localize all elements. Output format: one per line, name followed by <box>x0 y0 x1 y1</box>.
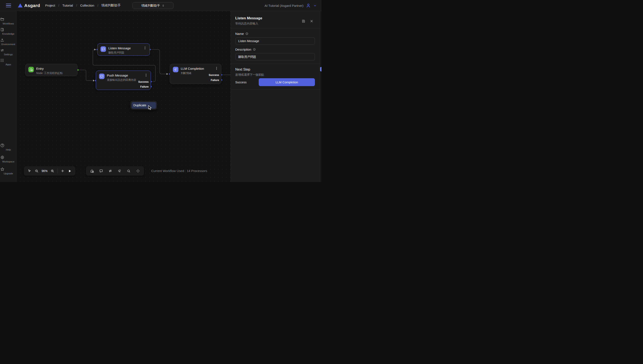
edge-listen-to-llm <box>150 50 166 74</box>
context-menu: Duplicate <box>130 101 157 110</box>
sidebar-item-label: Workspace <box>0 160 17 163</box>
edge-arrowhead <box>166 73 168 75</box>
node-listen-message[interactable]: Listen Message 聽取用戶問題 <box>97 43 150 56</box>
panel-title: Listen Message <box>235 16 262 20</box>
folder-icon <box>0 17 5 22</box>
description-input[interactable]: 聽取用戶問題 <box>236 53 315 60</box>
breadcrumb-separator: / <box>98 4 98 7</box>
run-workflow-button[interactable] <box>68 168 72 173</box>
sidebar-item-environment[interactable]: Environment <box>0 38 17 46</box>
zoom-out-button[interactable] <box>34 168 39 173</box>
sidebar-item-upgrade[interactable]: Upgrade <box>0 167 17 175</box>
panel-subtitle: 等待訊息內容輸入 <box>235 22 258 26</box>
name-field-label: Name <box>235 32 249 36</box>
sidebar-item-label: Environment <box>0 43 17 46</box>
next-step-title: Next Step <box>235 68 250 72</box>
edge-arrowhead <box>94 49 96 50</box>
node-menu-button[interactable] <box>216 67 218 70</box>
node-menu-button[interactable] <box>145 74 147 76</box>
entry-node-tool-icon[interactable] <box>90 168 94 173</box>
left-sidebar: Workflows Knowledge Environment Settings <box>0 11 17 182</box>
toolbar-divider <box>58 168 58 174</box>
zoom-in-button[interactable] <box>50 168 55 173</box>
llm-icon <box>173 67 178 72</box>
node-palette-toolbar <box>86 166 144 176</box>
next-step-target-button[interactable]: LLM Completion <box>259 78 315 86</box>
llm-node-tool-icon[interactable] <box>117 168 122 173</box>
sidebar-item-help[interactable]: Help <box>0 143 17 151</box>
panel-divider <box>231 64 320 64</box>
name-label-text: Name <box>235 32 244 36</box>
description-label-text: Description <box>235 48 251 51</box>
sidebar-item-settings[interactable]: Settings <box>0 48 17 56</box>
chat-icon <box>99 74 105 79</box>
node-title: Entry <box>36 67 63 70</box>
sidebar-item-workspace[interactable]: Workspace <box>0 155 17 163</box>
info-icon[interactable] <box>245 32 249 35</box>
sidebar-item-label: Knowledge <box>0 32 17 35</box>
swap-node-tool-icon[interactable] <box>108 168 113 173</box>
workflow-selector-dropdown[interactable]: 情緒判斷助手 <box>132 2 173 9</box>
upload-icon <box>0 38 5 42</box>
node-title: Push Message <box>107 74 136 77</box>
panel-scrollbar-thumb[interactable] <box>320 67 321 72</box>
canvas-view-toolbar: 96% <box>24 166 75 176</box>
account-area: AI Tutorial (Asgard Partner) <box>265 0 317 11</box>
sliders-icon <box>0 48 5 52</box>
search-tool-icon[interactable] <box>126 168 131 173</box>
info-icon[interactable] <box>253 48 256 51</box>
node-llm-completion[interactable]: LLM Completion 判斷情緒 Success Failure <box>170 64 222 84</box>
edge-arrowhead <box>93 80 95 82</box>
panel-divider <box>231 90 320 90</box>
node-title: LLM Completion <box>181 67 204 70</box>
chevron-down-icon[interactable] <box>313 4 317 8</box>
name-input[interactable]: Listen Message <box>236 38 315 45</box>
breadcrumb-workflow[interactable]: 情緒判斷助手 <box>102 4 121 8</box>
output-label-success: Success <box>209 73 219 77</box>
message-node-tool-icon[interactable] <box>99 168 103 173</box>
description-field-label: Description <box>235 48 256 51</box>
sidebar-item-workflows[interactable]: Workflows <box>0 17 17 25</box>
top-navbar: Asgard Project / Tutorial / Collection /… <box>0 0 321 11</box>
account-label: AI Tutorial (Asgard Partner) <box>265 4 303 8</box>
node-entry[interactable]: Entry Node: 工作流程的起點 <box>25 64 78 76</box>
panel-scrollbar-track[interactable] <box>320 11 321 182</box>
help-icon <box>0 143 5 148</box>
home-plus-icon <box>28 67 34 72</box>
output-label-success: Success <box>138 80 149 84</box>
node-title: Listen Message <box>108 46 131 50</box>
breadcrumb-collection[interactable]: Collection <box>80 4 94 7</box>
user-icon[interactable] <box>306 3 311 8</box>
breadcrumb: Project / Tutorial / Collection / 情緒判斷助手 <box>45 4 121 8</box>
node-subtitle: 聽取用戶問題 <box>108 51 131 55</box>
add-node-button[interactable] <box>60 168 65 173</box>
workflow-selector-value: 情緒判斷助手 <box>142 4 160 8</box>
node-subtitle: 判斷情緒 <box>181 72 204 75</box>
sidebar-item-knowledge[interactable]: Knowledge <box>0 28 17 35</box>
context-menu-item-duplicate[interactable]: Duplicate <box>132 102 156 109</box>
sidebar-item-apps[interactable]: Apps <box>0 58 17 66</box>
close-panel-button[interactable] <box>309 19 314 24</box>
node-push-message[interactable]: Push Message 直接輸出訊息的回應內容 Success Failure <box>96 70 151 90</box>
next-step-subtitle: 新增或選擇下一個節點 <box>235 73 264 77</box>
chevron-updown-icon <box>162 4 165 7</box>
node-menu-button[interactable] <box>144 46 146 49</box>
pointer-tool-button[interactable] <box>27 168 32 173</box>
book-icon <box>0 28 5 32</box>
gear-icon <box>0 155 5 160</box>
next-step-success-label: Success <box>235 80 247 84</box>
save-button[interactable] <box>301 19 306 24</box>
breadcrumb-project[interactable]: Project <box>45 4 55 7</box>
breadcrumb-tutorial[interactable]: Tutorial <box>62 4 73 7</box>
asgard-logo-text: Asgard <box>24 3 40 8</box>
zoom-level-value[interactable]: 96% <box>42 169 48 173</box>
hamburger-menu-icon[interactable] <box>6 4 11 7</box>
panel-divider <box>231 28 320 28</box>
star-icon <box>0 167 5 172</box>
node-subtitle: Node: 工作流程的起點 <box>36 72 63 75</box>
move-tool-icon[interactable] <box>136 168 140 173</box>
output-label-failure: Failure <box>140 85 149 88</box>
node-subtitle: 直接輸出訊息的回應內容 <box>107 78 136 82</box>
output-label-failure: Failure <box>211 78 219 82</box>
sidebar-item-label: Upgrade <box>0 172 17 175</box>
